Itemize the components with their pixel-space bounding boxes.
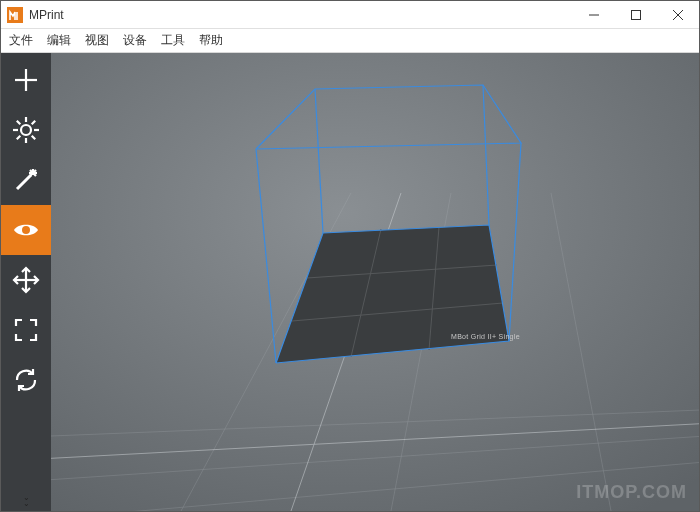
app-icon: [7, 7, 23, 23]
refresh-icon: [11, 365, 41, 395]
svg-point-6: [21, 125, 31, 135]
eye-icon: [11, 215, 41, 245]
svg-point-20: [22, 226, 30, 234]
scene-canvas: [51, 53, 699, 511]
menu-bar: 文件 编辑 视图 设备 工具 帮助: [1, 29, 699, 53]
tool-view[interactable]: [1, 205, 51, 255]
window-title: MPrint: [29, 8, 64, 22]
svg-line-12: [32, 136, 36, 140]
chevron-down-icon: ⌄⌄: [23, 495, 30, 507]
menu-file[interactable]: 文件: [9, 32, 33, 49]
svg-line-11: [17, 121, 21, 125]
tool-add[interactable]: [1, 55, 51, 105]
fullscreen-icon: [11, 315, 41, 345]
watermark: ITMOP.COM: [576, 482, 687, 503]
client-area: ⌄⌄: [1, 53, 699, 511]
toolbar-collapse[interactable]: ⌄⌄: [23, 405, 30, 511]
tool-move[interactable]: [1, 255, 51, 305]
tool-settings[interactable]: [1, 105, 51, 155]
wand-icon: [11, 165, 41, 195]
plus-icon: [11, 65, 41, 95]
gear-icon: [11, 115, 41, 145]
svg-rect-1: [632, 10, 641, 19]
menu-view[interactable]: 视图: [85, 32, 109, 49]
menu-help[interactable]: 帮助: [199, 32, 223, 49]
tool-fit[interactable]: [1, 305, 51, 355]
menu-edit[interactable]: 编辑: [47, 32, 71, 49]
svg-line-15: [17, 175, 31, 189]
tool-refresh[interactable]: [1, 355, 51, 405]
viewport-3d[interactable]: MBot Grid II+ Single ITMOP.COM: [51, 53, 699, 511]
title-bar: MPrint: [1, 1, 699, 29]
build-plate-label: MBot Grid II+ Single: [451, 333, 520, 340]
svg-line-14: [17, 136, 21, 140]
menu-device[interactable]: 设备: [123, 32, 147, 49]
svg-line-13: [32, 121, 36, 125]
menu-tools[interactable]: 工具: [161, 32, 185, 49]
close-button[interactable]: [657, 1, 699, 29]
minimize-button[interactable]: [573, 1, 615, 29]
maximize-button[interactable]: [615, 1, 657, 29]
app-window: MPrint 文件 编辑 视图 设备 工具 帮助: [0, 0, 700, 512]
tool-pick[interactable]: [1, 155, 51, 205]
left-toolbar: ⌄⌄: [1, 53, 51, 511]
move-icon: [11, 265, 41, 295]
